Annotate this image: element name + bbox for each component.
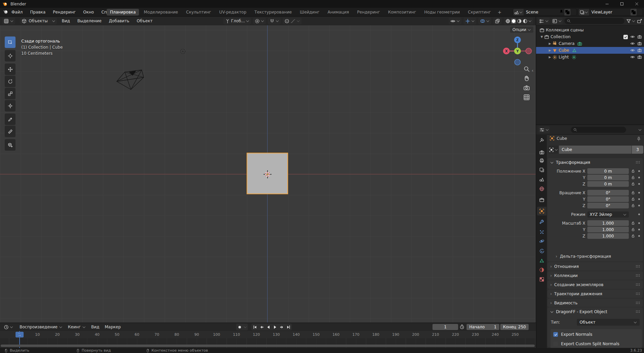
- hide-eye-icon[interactable]: [630, 48, 635, 53]
- transform-value-field[interactable]: 1.000: [587, 227, 629, 232]
- tool-annotate-button[interactable]: [5, 114, 16, 125]
- section-1-header[interactable]: ›Коллекции: [548, 271, 643, 280]
- section-0-header[interactable]: ›Отношения: [548, 262, 643, 271]
- properties-tab-output[interactable]: [537, 156, 547, 165]
- properties-tab-scene[interactable]: [537, 175, 547, 184]
- object-id-dropdown[interactable]: [548, 146, 558, 154]
- tool-select-box-button[interactable]: [5, 36, 16, 48]
- camera-object-wireframe[interactable]: [115, 69, 146, 92]
- transform-value-field[interactable]: 1.000: [587, 220, 629, 226]
- lock-icon[interactable]: [631, 175, 635, 180]
- expand-arrow-icon[interactable]: ▶: [548, 42, 552, 45]
- topbar-menu-item[interactable]: Рендеринг: [53, 10, 76, 15]
- rotation-mode-dropdown[interactable]: XYZ Эйлер: [587, 211, 629, 218]
- play-reverse-button[interactable]: [265, 324, 272, 330]
- pivot-point-dropdown[interactable]: [253, 18, 266, 24]
- editor-type-button[interactable]: [2, 18, 15, 24]
- topbar-menu-item[interactable]: Файл: [11, 10, 23, 15]
- hide-eye-icon[interactable]: [630, 55, 635, 59]
- keyframe-next-button[interactable]: [278, 324, 285, 330]
- properties-tab-object[interactable]: [537, 207, 547, 216]
- blender-menu-icon[interactable]: [3, 9, 8, 14]
- properties-search-input[interactable]: [571, 127, 626, 133]
- object-name-field[interactable]: Cube: [559, 146, 632, 154]
- animate-dot-icon[interactable]: [638, 205, 640, 206]
- viewport-menu-item[interactable]: Объект: [137, 19, 152, 23]
- collection-checkbox[interactable]: [623, 35, 628, 39]
- lock-icon[interactable]: [631, 203, 635, 208]
- lock-icon[interactable]: [631, 191, 635, 195]
- outliner-filter-mode-dropdown[interactable]: [551, 18, 563, 24]
- viewport-menu-item[interactable]: Выделение: [77, 19, 101, 23]
- panel-drag-dots-icon[interactable]: [636, 283, 640, 286]
- panel-drag-dots-icon[interactable]: [636, 292, 640, 295]
- gizmos-toggle[interactable]: [464, 18, 476, 24]
- timeline-editor-type-button[interactable]: [3, 324, 14, 330]
- viewlayer-name[interactable]: ViewLayer: [589, 10, 631, 15]
- frame-start-field[interactable]: Начало1: [467, 324, 499, 330]
- animate-dot-icon[interactable]: [638, 235, 640, 237]
- properties-tab-modifiers[interactable]: [537, 218, 547, 227]
- panel-drag-dots-icon[interactable]: [636, 310, 640, 313]
- stopwatch-icon[interactable]: [459, 324, 465, 329]
- workspace-tab[interactable]: Рендеринг: [354, 9, 384, 16]
- hide-eye-icon[interactable]: [630, 41, 635, 46]
- properties-options-icon[interactable]: [639, 128, 641, 131]
- transform-value-field[interactable]: 0°: [587, 196, 629, 202]
- properties-tab-texture[interactable]: [537, 275, 547, 284]
- timeline-ruler[interactable]: 1 10203040506070809010011012013014015016…: [0, 331, 536, 338]
- pan-hand-icon[interactable]: [523, 75, 530, 82]
- transform-panel-header[interactable]: Трансформация: [548, 158, 643, 167]
- lock-icon[interactable]: [631, 221, 635, 225]
- pin-id-icon[interactable]: [636, 136, 641, 142]
- users-count-badge[interactable]: 3: [632, 146, 643, 154]
- properties-tab-world[interactable]: [537, 184, 547, 193]
- delta-transform-subpanel[interactable]: ›Дельта-трансформация: [556, 253, 611, 260]
- new-scene-button[interactable]: [564, 9, 570, 16]
- timeline-menu-item[interactable]: Кеинг: [68, 325, 86, 329]
- workspace-tab[interactable]: Планировка: [107, 9, 139, 16]
- section-4-header[interactable]: ›Видимость: [548, 299, 643, 307]
- close-button[interactable]: [629, 0, 644, 8]
- topbar-menu-item[interactable]: Правка: [30, 10, 46, 15]
- disable-render-icon[interactable]: [637, 41, 642, 46]
- scene-collection-row[interactable]: Коллекция сцены: [536, 27, 644, 33]
- snap-button[interactable]: [268, 18, 281, 24]
- viewport-menu-item[interactable]: Вид: [62, 19, 70, 23]
- tool-rotate-button[interactable]: [5, 76, 16, 87]
- jump-start-button[interactable]: [251, 324, 258, 330]
- xray-toggle[interactable]: [493, 18, 502, 24]
- panel-drag-dots-icon[interactable]: [636, 274, 640, 277]
- properties-tab-particles[interactable]: [537, 228, 547, 236]
- new-collection-button[interactable]: [637, 19, 642, 24]
- workspace-tab[interactable]: Композитинг: [385, 9, 419, 16]
- unlink-scene-icon[interactable]: [570, 9, 577, 15]
- properties-tab-tool[interactable]: [537, 136, 547, 145]
- properties-tab-collection[interactable]: [537, 196, 547, 204]
- workspace-tab[interactable]: Скульптинг: [183, 9, 215, 16]
- timeline-scrollbar[interactable]: [1, 345, 535, 347]
- add-workspace-button[interactable]: +: [496, 9, 504, 15]
- workspace-tab[interactable]: Ноды геометрии: [421, 9, 463, 16]
- minimize-button[interactable]: [599, 0, 614, 8]
- viewport-options-button[interactable]: Опции: [510, 27, 533, 33]
- lock-icon[interactable]: [631, 197, 635, 201]
- section-2-header[interactable]: ›Создание экземпляров: [548, 280, 643, 289]
- properties-tab-view-layer[interactable]: [537, 166, 547, 174]
- transform-value-field[interactable]: 0 m: [587, 175, 629, 180]
- tool-add-cube-button[interactable]: [5, 139, 16, 151]
- viewport-canvas[interactable]: Сзади ортогональ (1) Collection | Cube 1…: [0, 25, 536, 323]
- tool-scale-button[interactable]: [5, 88, 16, 99]
- timeline-menu-item[interactable]: Маркер: [105, 325, 121, 329]
- viewport-menu-item[interactable]: Добавить: [109, 19, 129, 23]
- properties-editor-type-button[interactable]: [538, 126, 550, 133]
- transform-value-field[interactable]: 0 m: [587, 168, 629, 174]
- visibility-dropdown[interactable]: [449, 18, 461, 24]
- properties-tab-render[interactable]: [537, 148, 547, 157]
- proportional-edit-button[interactable]: [283, 18, 302, 24]
- play-button[interactable]: [272, 324, 278, 330]
- animate-dot-icon[interactable]: [638, 177, 640, 178]
- pin-scene-icon[interactable]: [558, 9, 564, 15]
- expand-arrow-icon[interactable]: ▶: [548, 55, 552, 59]
- animate-dot-icon[interactable]: [638, 213, 640, 215]
